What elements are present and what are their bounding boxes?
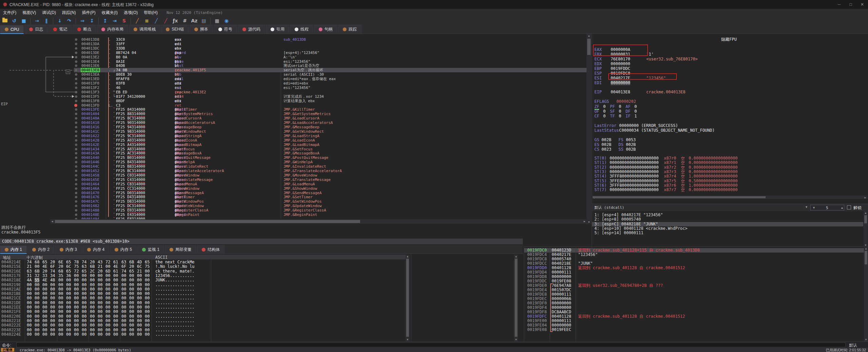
scroll-thumb[interactable] — [515, 259, 517, 337]
disasm-row[interactable]: 00401428ˇFF25 A0314000jmp dword ptr ds:[… — [0, 138, 587, 143]
tab-源代码[interactable]: 源代码 — [238, 25, 265, 34]
disasm-row[interactable]: 004013F3.^EB EDjmp crackme.4013E2 — [0, 90, 587, 94]
disasm-row[interactable]: 004013DA.33FFxor edi,edi — [0, 42, 587, 46]
row-dot[interactable] — [75, 165, 77, 168]
flag-PF[interactable]: PF — [610, 104, 615, 109]
step-into-icon[interactable]: ↓ — [55, 17, 64, 24]
row-dot[interactable] — [75, 100, 77, 102]
run-icon[interactable]: → — [33, 17, 41, 24]
row-dot[interactable] — [75, 122, 77, 124]
argument-row[interactable]: 3: [esp+C] 0040218E "JUNK" — [592, 222, 863, 226]
dump-row[interactable]: 004021DE00000000000000000000000000000000… — [0, 301, 406, 305]
flag-value-CF[interactable]: 0 — [603, 114, 606, 118]
row-dot[interactable] — [75, 152, 77, 154]
dump-row[interactable]: 0040215E21004E6F206C75636B21004E6F206C75… — [0, 264, 406, 269]
memory-dump-pane[interactable]: 地址 十六进制 ASCII 0040214E746865206E65787420… — [0, 255, 406, 341]
tab-断点[interactable]: 断点 — [73, 25, 96, 34]
row-dot[interactable] — [75, 200, 77, 203]
row-dot[interactable] — [75, 196, 77, 198]
dump-row[interactable]: 0040223E00000000000000000000000000000000… — [0, 328, 406, 332]
disasm-row[interactable]: 00401404ˇFF25 88314000jmp dword ptr ds:[… — [0, 112, 587, 116]
tab-符号[interactable]: 符号 — [214, 25, 237, 34]
disasm-row[interactable]: 0040147CˇFF25 D8314000jmp dword ptr ds:[… — [0, 199, 587, 204]
source-icon[interactable]: S — [120, 17, 129, 24]
disasm-row[interactable]: 00401476ˇFF25 D4314000jmp dword ptr ds:[… — [0, 195, 587, 199]
scroll-thumb[interactable] — [864, 215, 867, 223]
bottom-tab-内存 1[interactable]: 内存 1 — [0, 245, 27, 254]
restart-icon[interactable]: ↺ — [10, 17, 19, 24]
stack-vscrollbar[interactable]: ▲▼ — [864, 247, 868, 341]
row-dot[interactable] — [75, 214, 77, 216]
disasm-row[interactable]: 0040142EˇFF25 A4314000jmp dword ptr ds:[… — [0, 143, 587, 147]
convention-dropdown-icon[interactable]: ▼ — [805, 205, 808, 209]
tab-SEH链[interactable]: SEH链 — [161, 25, 189, 34]
row-dot[interactable] — [75, 161, 77, 163]
scroll-thumb[interactable] — [587, 39, 591, 55]
label-icon[interactable]: # — [180, 17, 189, 24]
maximize-button[interactable]: □ — [845, 0, 856, 9]
flag-SF[interactable]: SF — [610, 109, 615, 114]
disasm-row[interactable]: 00401422ˇFF25 9C314000jmp dword ptr ds:[… — [0, 134, 587, 138]
tab-调用堆栈[interactable]: 调用堆栈 — [129, 25, 160, 34]
scroll-up-icon[interactable]: ▲ — [514, 255, 518, 258]
scroll-left-icon[interactable]: ◄ — [51, 220, 54, 223]
tab-引用[interactable]: 引用 — [266, 25, 289, 34]
disasm-row[interactable]: 00401416ˇFF25 94314000jmp dword ptr ds:[… — [0, 125, 587, 129]
row-dot[interactable] — [75, 130, 77, 133]
menu-item-插件P[interactable]: 插件(P) — [79, 9, 99, 17]
comment-icon[interactable]: ≡ — [142, 17, 151, 24]
menu-item-选项O[interactable]: 选项(O) — [121, 9, 141, 17]
disasm-row[interactable]: 00401494ˇFF25 E8314000 — [0, 217, 587, 219]
row-dot[interactable] — [75, 117, 77, 119]
scroll-up-icon[interactable]: ▲ — [864, 211, 868, 215]
disasm-row[interactable]: 004013DC.33DBxor ebx,ebx — [0, 46, 587, 51]
row-dot[interactable] — [75, 108, 77, 111]
scroll-down-icon[interactable]: ▼ — [864, 244, 868, 247]
row-dot[interactable] — [75, 43, 77, 45]
skip-next-icon[interactable]: ↧ — [87, 17, 96, 24]
flag-TF[interactable]: TF — [610, 114, 615, 118]
disasm-hscrollbar[interactable]: ◄► — [50, 219, 587, 224]
disassembly-pane[interactable]: EIP − 004013D8.33C0xor eax,eaxsub_4013D8… — [0, 34, 587, 219]
tab-跟踪[interactable]: 跟踪 — [338, 25, 361, 34]
dump-row[interactable]: 0040214E746865206E65787420437261636B4D65… — [0, 260, 406, 264]
flag-DF[interactable]: DF — [626, 109, 630, 114]
menu-item-收藏夹I[interactable]: 收藏夹(I) — [99, 9, 121, 17]
row-dot[interactable] — [75, 78, 77, 80]
flag-IF[interactable]: IF — [626, 114, 630, 118]
dump-row[interactable]: 0040219E00000000000000000000000000000000… — [0, 283, 406, 287]
hide-fpu-button[interactable]: 隐藏FPU — [721, 37, 737, 42]
row-dot[interactable] — [75, 144, 77, 146]
tab-脚本[interactable]: 脚本 — [190, 25, 213, 34]
scroll-thumb[interactable] — [865, 251, 867, 264]
row-dot[interactable] — [75, 192, 77, 194]
row-dot[interactable] — [75, 47, 77, 50]
dump-vscrollbar[interactable]: ▲▼ — [406, 255, 410, 341]
row-dot[interactable] — [75, 73, 77, 76]
flag-OF[interactable]: OF — [594, 109, 599, 114]
disasm-row[interactable]: 004013FDL.C3ret — [0, 103, 587, 108]
row-dot[interactable] — [75, 187, 77, 190]
menu-item-文件F[interactable]: 文件(F) — [0, 9, 19, 17]
disasm-row[interactable]: 0040143AˇFF25 AC314000jmp dword ptr ds:[… — [0, 151, 587, 155]
bottom-tab-结构体[interactable]: 结构体 — [197, 245, 224, 254]
disasm-row[interactable]: 004013F0.03FBadd edi,ebxedi=edi+ebx — [0, 81, 587, 86]
row-dot[interactable] — [75, 183, 77, 185]
scroll-up-icon[interactable]: ▲ — [587, 34, 591, 37]
scroll-down-icon[interactable]: ▼ — [514, 338, 518, 341]
flag-value-PF[interactable]: 0 — [619, 104, 621, 109]
row-dot[interactable] — [75, 148, 77, 150]
row-dot[interactable] — [75, 139, 77, 142]
flag-value-TF[interactable]: 0 — [619, 114, 621, 118]
row-dot[interactable] — [75, 156, 77, 159]
dump-row[interactable]: 0040224E00000000000000000000000000000000… — [0, 332, 406, 337]
spinner-down-icon[interactable]: ▼ — [812, 206, 815, 209]
dump-row[interactable]: 0040216E636B2074686572652C206D6174652100… — [0, 269, 406, 274]
row-dot[interactable] — [75, 179, 77, 181]
row-dot[interactable] — [75, 91, 77, 93]
disasm-row[interactable]: 004013F5.└81F7 34120000xor edi,1234计算完成后… — [0, 94, 587, 99]
arg-count-value[interactable]: 5 — [826, 206, 828, 210]
flag-value-IF[interactable]: 1 — [634, 114, 637, 118]
arguments-pane[interactable]: 默认 (stdcall) ▼ ▼ 5 ▲ 解锁 1: [esp+4] 00402… — [592, 204, 868, 248]
function-analysis-icon[interactable]: ƒx — [171, 17, 180, 24]
